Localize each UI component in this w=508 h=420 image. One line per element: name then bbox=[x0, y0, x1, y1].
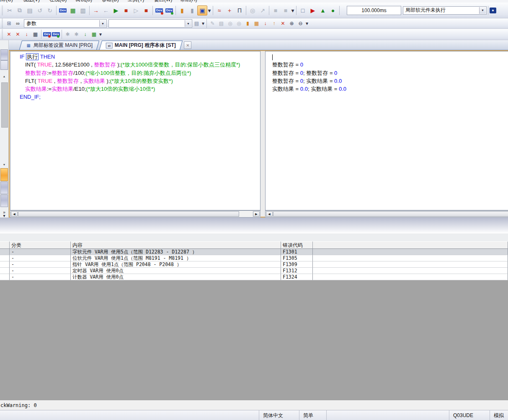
search-keyword-combo[interactable]: ▼ bbox=[108, 19, 192, 28]
trace-curve-icon[interactable]: ≈ bbox=[214, 5, 224, 15]
chevron-down-icon[interactable]: ▼ bbox=[99, 20, 106, 27]
scroll-left-icon[interactable]: ◀ bbox=[11, 211, 18, 217]
remote-operation-icon[interactable]: ■ bbox=[141, 5, 151, 15]
jump-icon[interactable]: ↗ bbox=[258, 5, 268, 15]
sort-down-icon[interactable]: ↓ bbox=[261, 19, 270, 28]
toolbar-grip[interactable] bbox=[2, 6, 3, 15]
monitor-start-icon[interactable]: ▶ bbox=[111, 5, 121, 15]
sort-up-icon[interactable]: ↑ bbox=[270, 19, 278, 28]
search-target-combo[interactable]: 参数▼ bbox=[24, 19, 107, 28]
check-parameter-icon[interactable]: ✕ bbox=[13, 30, 22, 38]
crossref-icon[interactable]: ⊞ bbox=[5, 19, 13, 28]
zoom-out-icon[interactable]: ⊖ bbox=[296, 19, 305, 28]
scroll-left-icon[interactable]: ◀ bbox=[266, 211, 273, 217]
local-device-execute-combo[interactable]: 局部软元件未执行▼ bbox=[403, 6, 487, 15]
code-line[interactable]: END_IF; bbox=[10, 93, 260, 101]
simulation-monitor-icon[interactable]: ▣ bbox=[197, 5, 207, 15]
dev-check-icon[interactable]: Dev bbox=[43, 30, 52, 38]
vertical-scroll-thumb[interactable] bbox=[1, 82, 8, 128]
table-row[interactable]: -位软元件 VAR用 使用1点（范围 M8191 - M8191 ）F1305 bbox=[0, 255, 508, 261]
toolbar-chevron-icon[interactable]: »▾ bbox=[1, 211, 8, 218]
toolbar2-overflow-icon[interactable]: ▾ bbox=[201, 19, 205, 28]
st-code-pane[interactable]: IF 执行 THENINT( TRUE, 12.568*E1000 , 整数暂存… bbox=[10, 51, 260, 210]
statement-icon[interactable]: ▤ bbox=[217, 19, 226, 28]
simulation-dropdown-icon[interactable]: ▾ bbox=[207, 5, 211, 15]
undo-icon[interactable]: ↺ bbox=[35, 5, 45, 15]
toolbar-overflow-icon[interactable]: ▾ bbox=[291, 5, 295, 15]
write-to-plc-icon[interactable]: → bbox=[91, 5, 101, 15]
pane-splitter[interactable] bbox=[260, 51, 265, 217]
device-monitor-read-icon[interactable]: Dev bbox=[164, 5, 174, 15]
cut-icon[interactable]: ✂ bbox=[5, 5, 15, 15]
paste-icon[interactable]: ▤ bbox=[25, 5, 35, 15]
column-header-3[interactable]: 内容 bbox=[71, 241, 281, 249]
find-device-icon[interactable]: ◎ bbox=[226, 19, 235, 28]
info-flag-icon[interactable]: ● bbox=[328, 5, 338, 15]
pulse-trace-icon[interactable]: Π bbox=[235, 5, 245, 15]
redo-icon[interactable]: ↻ bbox=[45, 5, 55, 15]
dev-build-icon[interactable]: Dev bbox=[52, 30, 60, 38]
tab-local-label-setting[interactable]: ▦ 局部标签设置 MAIN [PRG] bbox=[19, 41, 100, 50]
dock-button-2[interactable] bbox=[0, 60, 8, 70]
security-key-icon[interactable]: • bbox=[490, 8, 496, 13]
trace-point-icon[interactable]: + bbox=[224, 5, 235, 15]
clear-find-icon[interactable]: ✕ bbox=[278, 19, 287, 28]
code-line[interactable]: INT( TRUE, 12.568*E1000 , 整数暂存 );(*放大100… bbox=[10, 61, 260, 69]
column-header-4[interactable]: 错误代码 bbox=[281, 241, 313, 249]
code-line[interactable]: FLT( TRUE , 整数暂存 , 实数结果 );(*放大10倍的整数变实数*… bbox=[10, 77, 260, 85]
scroll-thumb[interactable] bbox=[273, 211, 508, 217]
find-contact-icon[interactable]: ◎ bbox=[235, 19, 243, 28]
scan-time-field[interactable]: 100.000ms bbox=[347, 6, 401, 15]
convert-green-icon[interactable]: ↓ bbox=[81, 30, 90, 38]
device-memory-icon[interactable]: ▥ bbox=[78, 5, 88, 15]
column-header-5[interactable] bbox=[313, 241, 508, 249]
build-table-icon[interactable]: ▦ bbox=[90, 30, 98, 38]
bookmark-icon[interactable]: ▮ bbox=[243, 19, 252, 28]
check-program-icon[interactable]: ✕ bbox=[5, 30, 13, 38]
warning-flag-icon[interactable]: ▲ bbox=[318, 5, 328, 15]
toolbar2-overflow2-icon[interactable]: ▾ bbox=[305, 19, 309, 28]
find-preview-icon[interactable]: ▤ bbox=[192, 19, 201, 28]
screen-display-icon[interactable]: ▦ bbox=[68, 5, 78, 15]
code-line[interactable]: IF 执行 THEN bbox=[10, 53, 260, 61]
dock-button-1[interactable] bbox=[0, 49, 8, 60]
convert-all-icon[interactable]: ▦ bbox=[31, 30, 40, 38]
table-row[interactable]: -定时器 VAR用 使用0点F1312 bbox=[0, 268, 508, 274]
toolbar-grip[interactable] bbox=[2, 30, 3, 39]
table-row[interactable]: -计数器 VAR用 使用0点F1324 bbox=[0, 274, 508, 280]
table-row[interactable]: -字软元件 VAR用 使用5点（范围 D12283 - D12287 ）F130… bbox=[0, 249, 508, 255]
monitor-pause-icon[interactable]: ▷ bbox=[131, 5, 141, 15]
watch-window2-icon[interactable]: ▮ bbox=[187, 5, 197, 15]
tab-close-icon[interactable]: ✕ bbox=[184, 41, 191, 49]
watch-window-icon[interactable]: ▮ bbox=[177, 5, 187, 15]
read-from-plc-icon[interactable]: ← bbox=[101, 5, 111, 15]
chevron-down-icon[interactable]: ▼ bbox=[479, 7, 486, 14]
select-range-icon[interactable]: □ bbox=[298, 5, 308, 15]
run-flag-icon[interactable]: ▶ bbox=[308, 5, 318, 15]
zoom-in-icon[interactable]: ⊕ bbox=[287, 19, 296, 28]
code-line[interactable]: 整数暂存:=整数暂存/100;(*缩小100倍整数，目的:抛弃小数点后两位*) bbox=[10, 69, 260, 77]
setting-b-icon[interactable]: ✱ bbox=[72, 30, 81, 38]
column-header-1[interactable] bbox=[0, 241, 10, 249]
search-device-icon[interactable]: ◎ bbox=[248, 5, 258, 15]
filter-b-icon[interactable]: ■ bbox=[281, 5, 291, 15]
monitor-horizontal-scrollbar[interactable]: ◀ bbox=[265, 210, 508, 218]
dock-button-4[interactable] bbox=[0, 195, 8, 207]
tab-main-prg-st[interactable]: st MAIN [PRG] 程序本体 [ST] bbox=[99, 41, 183, 50]
scroll-down-icon[interactable]: ▼ bbox=[1, 162, 7, 167]
code-line[interactable]: 实数结果:=实数结果/E10;(*放大10倍的实数缩小10倍*) bbox=[10, 85, 260, 93]
scroll-right-icon[interactable]: ▶ bbox=[253, 211, 260, 217]
toolbar-grip[interactable] bbox=[2, 19, 3, 28]
device-monitor-write-icon[interactable]: Dev bbox=[154, 5, 164, 15]
convert-icon[interactable]: ↓ bbox=[22, 30, 31, 38]
device-list-icon[interactable]: ▦ bbox=[252, 19, 261, 28]
filter-a-icon[interactable]: ■ bbox=[271, 5, 281, 15]
column-header-2[interactable]: 分类 bbox=[10, 241, 71, 249]
scroll-up-icon[interactable]: ▲ bbox=[1, 74, 7, 79]
copy-icon[interactable]: ⧉ bbox=[15, 5, 25, 15]
monitor-stop-icon[interactable]: ■ bbox=[121, 5, 131, 15]
dock-button-3[interactable] bbox=[0, 182, 8, 194]
dock-button-active[interactable] bbox=[0, 168, 8, 181]
code-horizontal-scrollbar[interactable]: ◀ ▶ bbox=[10, 210, 260, 218]
chevron-down-icon[interactable]: ▼ bbox=[185, 20, 191, 27]
